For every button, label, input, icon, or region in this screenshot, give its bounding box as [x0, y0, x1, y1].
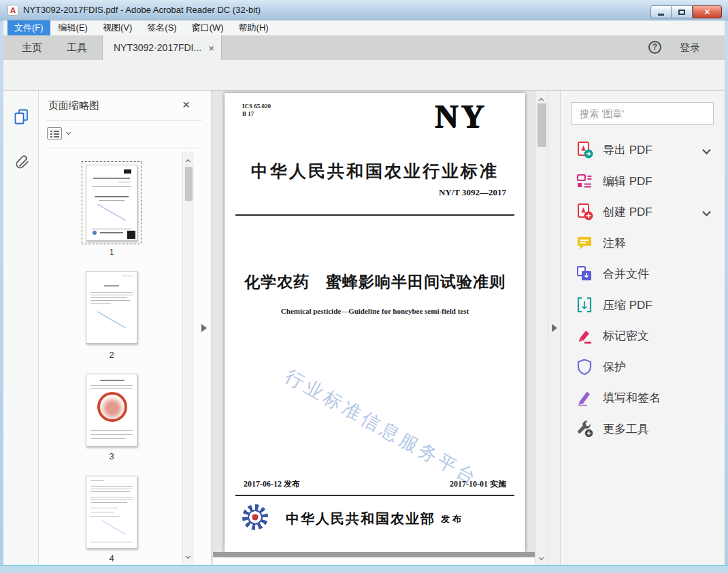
menu-bar: 文件(F) 编辑(E) 视图(V) 签名(S) 窗口(W) 帮助(H) — [3, 20, 725, 35]
help-icon[interactable]: ? — [648, 41, 661, 54]
options-list-icon — [47, 127, 62, 140]
window-border-right — [725, 20, 728, 573]
thumb-text-line — [90, 295, 133, 295]
thumbnail-label: 4 — [86, 553, 137, 563]
thumbnail-label: 2 — [86, 350, 137, 360]
page-gap-separator — [213, 552, 535, 557]
thumb-rule-line — [92, 229, 131, 229]
edit-pdf-icon — [576, 172, 593, 190]
watermark: 行业标准信息服务平台 — [281, 364, 483, 491]
thumb-text-line — [90, 430, 133, 431]
scrollbar-thumb[interactable] — [185, 167, 193, 201]
thumb-text-line — [90, 500, 133, 500]
tools-search-input[interactable] — [571, 102, 714, 125]
thumb-text-line — [104, 285, 119, 286]
tab-document[interactable]: NYT3092-2017FDI... × — [102, 35, 222, 60]
thumb-text-line — [90, 303, 111, 304]
thumb-text-line — [90, 491, 130, 492]
tab-tools[interactable]: 工具 — [58, 35, 96, 60]
thumbnail-page-1[interactable] — [86, 165, 137, 241]
thumb-rule-line — [92, 186, 131, 187]
thumb-ny-logo — [124, 169, 131, 174]
paperclip-icon — [14, 153, 29, 169]
thumb-text-line — [90, 512, 114, 512]
thumbnail-resize-handle[interactable] — [127, 231, 135, 239]
document-scrollbar[interactable] — [535, 91, 548, 565]
compress-pdf-icon — [576, 296, 593, 314]
minimize-button[interactable] — [650, 5, 672, 18]
thumb-text-line — [90, 297, 127, 298]
thumbnail-label: 1 — [86, 247, 137, 257]
thumb-text-line — [99, 200, 125, 201]
tool-fill-sign[interactable]: 填写和签名 — [561, 382, 725, 413]
minimize-icon — [658, 14, 664, 16]
scroll-down-icon[interactable] — [539, 555, 544, 560]
menu-window[interactable]: 窗口(W) — [185, 20, 231, 35]
issue-date: 2017-06-12 发布 — [244, 478, 300, 490]
left-panel-expand-handle[interactable] — [201, 324, 207, 332]
scroll-up-icon[interactable] — [539, 98, 544, 103]
thumb-text-line — [90, 516, 120, 517]
menu-file[interactable]: 文件(F) — [7, 20, 50, 35]
thumb-text-line — [100, 232, 123, 233]
tool-label: 创建 PDF — [603, 204, 652, 220]
thumbnail-page-3[interactable] — [86, 374, 137, 446]
tool-edit-pdf[interactable]: 编辑 PDF — [561, 165, 725, 197]
thumbnail-page-4[interactable] — [86, 476, 137, 549]
page-thumbnails-rail-button[interactable] — [13, 108, 30, 125]
menu-help[interactable]: 帮助(H) — [232, 20, 276, 35]
page-thumbnails-icon — [13, 108, 30, 125]
ny-logo: NY — [435, 97, 487, 135]
scrollbar-thumb[interactable] — [537, 103, 546, 147]
title-bar[interactable]: A NYT3092-2017FDIS.pdf - Adobe Acrobat R… — [0, 0, 728, 20]
window-border-left — [0, 20, 3, 573]
window-controls: ✕ — [650, 5, 722, 18]
panel-close-icon[interactable]: × — [182, 97, 190, 112]
acrobat-app-icon[interactable]: A — [7, 5, 18, 16]
tool-more-tools[interactable]: 更多工具 — [561, 413, 725, 444]
thumb-watermark — [97, 203, 127, 221]
menu-sign[interactable]: 签名(S) — [140, 20, 183, 35]
standard-number: NY/T 3092—2017 — [439, 187, 506, 198]
login-button[interactable]: 登录 — [680, 35, 700, 60]
right-panel-expand-handle[interactable] — [552, 324, 557, 332]
panel-divider — [47, 148, 202, 148]
navigation-rail — [3, 91, 39, 565]
scroll-down-icon[interactable] — [186, 554, 191, 559]
main-toolbar: / 12 52.4% — [3, 60, 725, 91]
thumb-text-line — [90, 388, 133, 389]
thumbnail-page-2[interactable] — [86, 271, 137, 344]
attachments-rail-button[interactable] — [14, 153, 29, 169]
maximize-button[interactable] — [672, 5, 693, 18]
tool-protect[interactable]: 保护 — [561, 351, 725, 382]
tool-label: 更多工具 — [603, 421, 649, 437]
scroll-up-icon[interactable] — [186, 159, 191, 164]
tool-create-pdf[interactable]: 创建 PDF — [561, 196, 725, 227]
acrobat-reader-window: A NYT3092-2017FDIS.pdf - Adobe Acrobat R… — [0, 0, 728, 573]
menu-view[interactable]: 视图(V) — [96, 20, 139, 35]
right-panel-collapse-strip — [548, 91, 560, 565]
fill-sign-icon — [576, 389, 593, 406]
thumb-text-line — [122, 276, 133, 276]
thumbnail-panel-scrollbar[interactable] — [182, 152, 194, 565]
tool-compress-pdf[interactable]: 压缩 PDF — [561, 289, 725, 321]
thumbnail-options-button[interactable] — [47, 127, 70, 140]
pdf-page-1: ICS 65.020 B 17 NY 中华人民共和国农业行业标准 NY/T 30… — [225, 93, 525, 552]
close-button[interactable]: ✕ — [693, 5, 722, 18]
tool-label: 导出 PDF — [603, 142, 652, 158]
tool-export-pdf[interactable]: 导出 PDF — [561, 134, 725, 165]
thumb-text-line — [90, 542, 133, 542]
page-rule — [235, 214, 514, 216]
thumbnail-label: 3 — [86, 451, 137, 461]
tool-comment[interactable]: 注释 — [561, 227, 725, 259]
menu-edit[interactable]: 编辑(E) — [52, 20, 95, 35]
thumb-text-line — [90, 497, 133, 497]
tool-redact[interactable]: 标记密文 — [561, 320, 725, 351]
implement-date: 2017-10-01 实施 — [450, 478, 506, 490]
tool-label: 注释 — [603, 235, 626, 251]
maximize-icon — [678, 10, 685, 15]
tab-home[interactable]: 主页 — [13, 35, 51, 60]
tab-close-icon[interactable]: × — [208, 42, 214, 54]
window-title: NYT3092-2017FDIS.pdf - Adobe Acrobat Rea… — [23, 0, 261, 20]
tool-combine-files[interactable]: 合并文件 — [561, 258, 725, 289]
